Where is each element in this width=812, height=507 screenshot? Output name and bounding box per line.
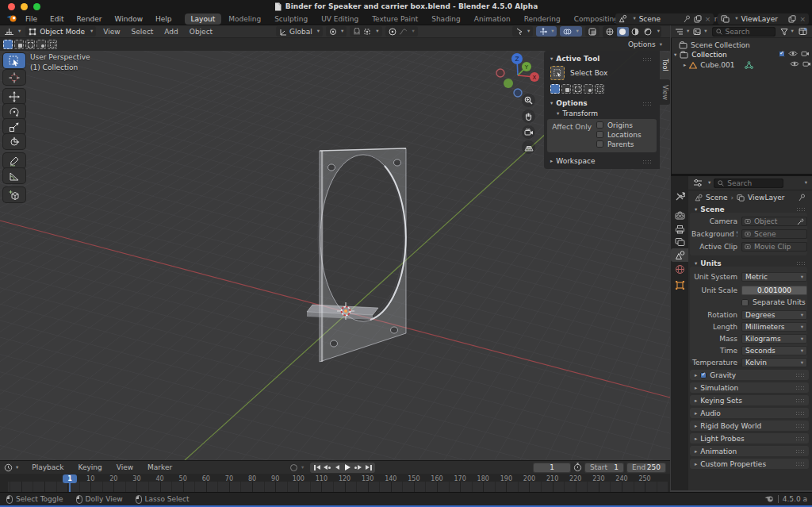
unit-dropdown[interactable]: Seconds ▾ <box>741 346 807 355</box>
panel-grip[interactable] <box>795 462 804 466</box>
unit-dropdown[interactable]: Kilograms ▾ <box>741 334 807 344</box>
editor-type-icon[interactable] <box>4 27 14 36</box>
frame-start-field[interactable]: Start 1 <box>584 463 624 473</box>
timeline-menu-item[interactable]: Keying <box>71 461 109 474</box>
navigation-gizmo[interactable]: Z Y X <box>492 49 544 102</box>
panel-grip[interactable] <box>795 411 804 415</box>
workspace-tab[interactable]: Sculpting <box>268 13 314 25</box>
toggle-perspective-button[interactable] <box>522 140 535 154</box>
tab-render-icon[interactable] <box>675 211 685 221</box>
outliner-display-mode[interactable]: ▾ <box>671 28 689 36</box>
frame-end-field[interactable]: End 250 <box>626 463 666 473</box>
outliner-filter-dropdown[interactable]: ▾ <box>780 28 794 36</box>
options-dropdown[interactable]: Options ▾ <box>628 40 662 48</box>
overlays-toggle[interactable]: ▾ <box>560 26 581 36</box>
pivot-point-dropdown[interactable]: ▾ <box>326 26 347 36</box>
select-invert-button[interactable] <box>584 84 593 94</box>
timeline-ruler[interactable]: 1102030405060708090100110120130140150160… <box>0 474 670 492</box>
panel-grip[interactable] <box>795 449 804 453</box>
next-keyframe-button[interactable] <box>353 463 363 472</box>
menu-item[interactable]: File <box>19 13 44 25</box>
timeline-editor-type[interactable]: ▾ <box>0 463 18 472</box>
workspace-tab[interactable]: Animation <box>468 13 517 25</box>
tab-output-icon[interactable] <box>675 225 685 234</box>
tab-object-icon[interactable] <box>675 280 685 290</box>
panel-grip[interactable] <box>795 386 804 390</box>
collapsed-section-bar[interactable]: ▸ Keying Sets <box>690 395 809 405</box>
tool-scale-button[interactable] <box>3 119 25 134</box>
workspace-tab[interactable]: Texture Paint <box>366 13 424 25</box>
outliner-search-input[interactable]: Search <box>712 27 776 36</box>
select-intersect-button[interactable] <box>48 40 57 49</box>
id-field[interactable]: Object <box>741 217 807 226</box>
panel-grip[interactable] <box>795 373 804 377</box>
collapsed-section-bar[interactable]: ▸ Audio <box>690 408 809 418</box>
show-object-types-dropdown[interactable]: ▾ <box>512 26 533 36</box>
checkbox[interactable] <box>596 121 603 129</box>
tool-cursor-button[interactable] <box>3 70 25 85</box>
tab-viewlayer-icon[interactable] <box>675 237 685 247</box>
shading-material-button[interactable] <box>630 27 642 36</box>
separate-units-checkbox[interactable] <box>741 299 749 306</box>
jump-to-end-button[interactable] <box>363 463 373 472</box>
tab-world-icon[interactable] <box>675 264 685 275</box>
collapsed-section-bar[interactable]: ▸ Light Probes <box>690 433 809 444</box>
tool-move-button[interactable] <box>3 89 25 104</box>
new-viewlayer-icon[interactable] <box>788 15 796 23</box>
id-field[interactable]: Scene <box>741 229 807 239</box>
timeline-menu-item[interactable]: Playback <box>25 461 71 474</box>
panel-grip[interactable] <box>795 436 804 440</box>
menu-item[interactable]: Render <box>71 13 109 25</box>
unit-system-dropdown[interactable]: Metric ▾ <box>741 272 807 282</box>
collection-exclude-checkbox[interactable]: ✓ <box>779 51 785 57</box>
collapsed-section-bar[interactable]: ▸ Rigid Body World <box>690 421 809 431</box>
scene-selector[interactable]: ▾ Scene × <box>615 13 714 25</box>
minimize-window-button[interactable] <box>21 3 28 10</box>
breadcrumb-scene[interactable]: Scene <box>706 194 727 202</box>
chevron-down-icon[interactable]: ▾ <box>18 29 21 34</box>
panel-grip[interactable] <box>642 159 651 163</box>
zoom-view-button[interactable] <box>522 94 535 107</box>
menu-item[interactable]: Edit <box>44 13 70 25</box>
disable-render-camera-icon[interactable] <box>801 50 810 57</box>
zoom-window-button[interactable] <box>33 3 40 10</box>
outliner-filter-id-type[interactable]: ▾ <box>693 28 707 36</box>
id-field[interactable]: Movie Clip <box>741 242 807 252</box>
hide-eye-icon[interactable] <box>790 60 799 67</box>
timeline-menu-item[interactable]: View <box>109 461 140 474</box>
checkbox[interactable] <box>596 131 603 138</box>
unlink-scene-icon[interactable]: × <box>705 15 711 23</box>
close-window-button[interactable] <box>8 3 15 10</box>
units-section-header[interactable]: ▾ Units <box>695 259 722 267</box>
unit-dropdown[interactable]: Kelvin ▾ <box>741 358 807 367</box>
pin-icon[interactable] <box>684 15 691 23</box>
tool-add-cube-button[interactable] <box>3 187 25 202</box>
section-checkbox[interactable]: ✓ <box>700 372 707 378</box>
select-set-button[interactable] <box>3 40 13 49</box>
breadcrumb-viewlayer[interactable]: ViewLayer <box>748 194 784 202</box>
checkbox[interactable] <box>596 140 603 148</box>
properties-search-input[interactable]: Search <box>714 179 783 188</box>
select-subtract-button[interactable] <box>25 40 35 49</box>
menu-item[interactable]: Help <box>149 13 178 25</box>
tool-select-box-button[interactable] <box>3 53 25 68</box>
viewport-menu-item[interactable]: View <box>98 25 125 38</box>
current-frame-field[interactable]: 1 <box>533 463 571 473</box>
hide-eye-icon[interactable] <box>788 50 798 57</box>
workspace-tab[interactable]: UV Editing <box>315 13 365 25</box>
previous-keyframe-button[interactable] <box>322 463 332 472</box>
new-scene-icon[interactable] <box>694 15 702 23</box>
panel-grip[interactable] <box>796 207 805 211</box>
unit-scale-slider[interactable]: 0.001000 <box>741 286 807 295</box>
transform-subsection-header[interactable]: ▾ Transform <box>557 109 598 117</box>
tool-measure-button[interactable] <box>3 168 25 183</box>
outliner-row-collection[interactable]: ▾ Collection <box>674 50 727 60</box>
pin-icon[interactable] <box>799 194 806 202</box>
chevron-down-icon[interactable]: ▾ <box>805 180 807 186</box>
transform-orientation-dropdown[interactable]: Global ▾ <box>276 26 323 36</box>
snap-controls[interactable]: ▾ <box>350 26 381 36</box>
panel-grip[interactable] <box>795 424 804 428</box>
scene-section-header[interactable]: ▾ Scene <box>695 205 725 213</box>
tab-tool-icon[interactable] <box>675 191 685 202</box>
shading-rendered-button[interactable] <box>642 27 654 36</box>
